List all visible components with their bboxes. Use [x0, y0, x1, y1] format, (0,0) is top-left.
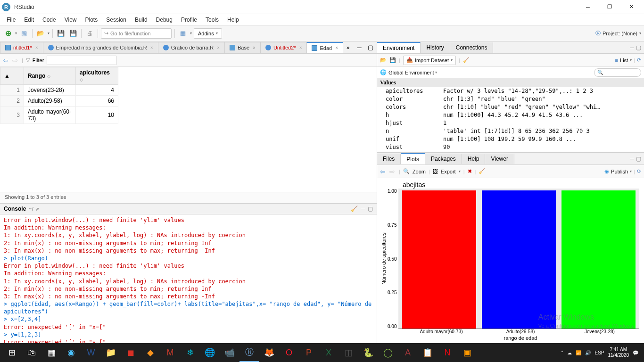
close-icon[interactable]: × — [35, 45, 38, 50]
clear-console-icon[interactable]: 🧹 — [351, 206, 358, 212]
export-icon[interactable]: 🖼 — [433, 169, 438, 174]
col-rango[interactable]: Rango ◇ — [24, 67, 76, 85]
refresh-plot-icon[interactable]: ⟳ — [637, 168, 641, 174]
menu-plots[interactable]: Plots — [82, 15, 102, 25]
tab-plots[interactable]: Plots — [401, 153, 425, 165]
close-icon[interactable]: × — [299, 45, 302, 50]
menu-profile[interactable]: Profile — [177, 15, 201, 25]
next-plot-icon[interactable]: ⇨ — [389, 168, 396, 175]
print-icon[interactable]: 🖨 — [84, 28, 95, 39]
forward-icon[interactable]: ⇨ — [12, 57, 19, 64]
tab-empredad[interactable]: Empredad más grandes de Colombia.R× — [43, 42, 158, 53]
save-workspace-icon[interactable]: 💾 — [389, 57, 396, 63]
prev-plot-icon[interactable]: ⇦ — [380, 168, 387, 175]
remove-plot-icon[interactable]: ✖ — [468, 168, 472, 174]
back-icon[interactable]: ⇦ — [3, 57, 9, 64]
minimize-console-icon[interactable]: ─ — [361, 206, 365, 212]
task-pdf-icon[interactable]: ◼ — [121, 343, 140, 362]
task-store-icon[interactable]: 🛍 — [22, 343, 41, 362]
tab-untitled1[interactable]: ntitled1*× — [0, 42, 43, 53]
env-row[interactable]: viust90 — [377, 143, 644, 151]
tab-connections[interactable]: Connections — [450, 42, 494, 53]
env-row[interactable]: hjust1 — [377, 119, 644, 127]
tray-notifications-icon[interactable]: 💬 — [633, 350, 638, 355]
task-app6-icon[interactable]: 📋 — [418, 343, 438, 362]
tab-untitled2[interactable]: Untitled2*× — [260, 42, 307, 53]
maximize-plot-icon[interactable]: ▢ — [636, 156, 641, 162]
tray-chevron-icon[interactable]: ˄ — [561, 350, 563, 355]
task-excel-icon[interactable]: X — [319, 343, 339, 362]
tab-grafico[interactable]: Gráfico de barra.R× — [158, 42, 225, 53]
menu-tools[interactable]: Tools — [202, 15, 223, 25]
menu-view[interactable]: View — [61, 15, 81, 25]
menu-edit[interactable]: Edit — [20, 15, 38, 25]
table-row[interactable]: 2Adulto(29-58)66 — [0, 96, 118, 107]
tab-files[interactable]: Files — [377, 154, 401, 164]
save-icon[interactable]: 💾 — [56, 28, 66, 39]
menu-file[interactable]: File — [3, 15, 19, 25]
task-python-icon[interactable]: 🐍 — [358, 343, 378, 362]
load-workspace-icon[interactable]: 📂 — [380, 57, 387, 63]
addins-dropdown[interactable]: Addins▾ — [194, 28, 222, 39]
task-app4-icon[interactable]: ◫ — [339, 343, 358, 362]
minimize-button[interactable]: ─ — [577, 0, 599, 14]
col-apicultores[interactable]: apicultores ◇ — [76, 67, 118, 85]
task-app7-icon[interactable]: ▣ — [457, 343, 477, 362]
clear-plots-icon[interactable]: 🧹 — [479, 168, 485, 174]
maximize-console-icon[interactable]: ▢ — [368, 206, 373, 212]
list-view-icon[interactable]: ≡ — [615, 58, 618, 63]
task-access-icon[interactable]: A — [398, 343, 418, 362]
close-icon[interactable]: × — [217, 45, 220, 50]
tab-packages[interactable]: Packages — [425, 154, 462, 164]
maximize-button[interactable]: ❐ — [599, 0, 620, 14]
menu-code[interactable]: Code — [39, 15, 60, 25]
filter-icon[interactable]: ▽ — [26, 57, 30, 63]
tray-lang[interactable]: ESP — [594, 350, 604, 355]
console-output[interactable]: Error in plot.window(...) : need finite … — [0, 214, 377, 343]
tray-clock[interactable]: 7:41 AM11/4/2020 — [608, 347, 629, 358]
task-edge-icon[interactable]: ◉ — [61, 343, 81, 362]
save-all-icon[interactable]: 💾 — [68, 28, 78, 39]
task-ppt-icon[interactable]: P — [299, 343, 319, 362]
minimize-env-icon[interactable]: ─ — [630, 44, 634, 51]
env-row[interactable]: hnum [1:1000] 44.3 45.2 44.9 41.5 43.6 .… — [377, 111, 644, 119]
close-button[interactable]: ✕ — [620, 0, 642, 14]
task-view-icon[interactable]: ▦ — [41, 343, 61, 362]
tray-volume-icon[interactable]: 🔊 — [585, 350, 591, 355]
close-icon[interactable]: × — [253, 45, 256, 50]
task-netflix-icon[interactable]: N — [438, 343, 457, 362]
open-file-icon[interactable]: 📂 — [35, 28, 46, 39]
minimize-pane-icon[interactable]: ─ — [354, 42, 364, 53]
clear-env-icon[interactable]: 🧹 — [463, 57, 470, 63]
tab-scroll-right-icon[interactable]: » — [343, 42, 353, 53]
project-menu[interactable]: ⓇProject: (None)▾ — [595, 30, 641, 37]
task-chrome-icon[interactable]: 🌐 — [200, 343, 220, 362]
menu-build[interactable]: Build — [131, 15, 151, 25]
refresh-env-icon[interactable]: ⟳ — [637, 57, 641, 63]
import-dataset-button[interactable]: 📥Import Dataset▾ — [403, 56, 456, 65]
col-rownum[interactable]: ▲ — [0, 67, 24, 85]
task-app5-icon[interactable]: ◯ — [378, 343, 398, 362]
env-list[interactable]: Values apicultoresFactor w/ 3 levels "14… — [377, 78, 644, 152]
new-file-icon[interactable]: ⊕ — [3, 28, 13, 39]
task-app1-icon[interactable]: ◆ — [140, 343, 160, 362]
filter-input[interactable] — [47, 56, 116, 65]
tab-base[interactable]: Base× — [224, 42, 261, 53]
task-app3-icon[interactable]: ❄ — [180, 343, 200, 362]
env-row[interactable]: apicultoresFactor w/ 3 levels "14-28","2… — [377, 87, 644, 95]
table-row[interactable]: 1Jovens(23-28)4 — [0, 85, 118, 96]
tab-environment[interactable]: Environment — [377, 42, 421, 53]
task-rstudio-icon[interactable]: Ⓡ — [239, 343, 259, 362]
close-icon[interactable]: × — [335, 45, 338, 50]
close-icon[interactable]: × — [150, 45, 153, 50]
env-row[interactable]: n'table' int [1:7(1d)] 8 65 236 362 256 … — [377, 127, 644, 135]
task-app2-icon[interactable]: M — [160, 343, 180, 362]
tray-cloud-icon[interactable]: ☁ — [567, 350, 572, 355]
env-row[interactable]: colorschr [1:10] "blue" "red" "green" "y… — [377, 103, 644, 111]
goto-file-input[interactable]: ↪Go to file/function — [101, 28, 172, 39]
tab-history[interactable]: History — [421, 42, 450, 53]
task-firefox-icon[interactable]: 🦊 — [259, 343, 279, 362]
data-table[interactable]: ▲ Rango ◇ apicultores ◇ 1Jovens(23-28)42… — [0, 67, 377, 192]
maximize-env-icon[interactable]: ▢ — [636, 44, 641, 51]
new-project-icon[interactable]: ▧ — [19, 28, 29, 39]
